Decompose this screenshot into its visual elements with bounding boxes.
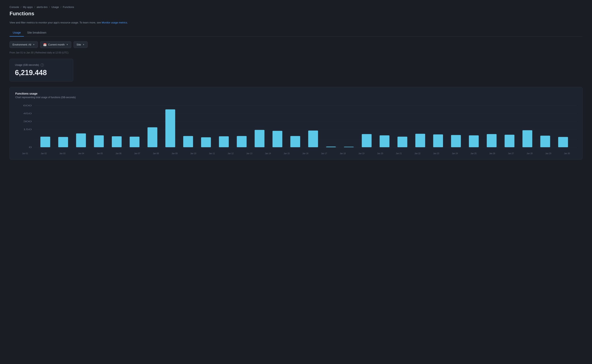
x-label-jan16: Jan 16 xyxy=(296,152,315,155)
x-label-jan06: Jan 06 xyxy=(109,152,128,155)
x-label-jan20: Jan 20 xyxy=(371,152,390,155)
svg-rect-19 xyxy=(183,136,193,147)
svg-rect-30 xyxy=(380,135,389,147)
svg-rect-28 xyxy=(344,147,354,147)
breadcrumb-sep-3: / xyxy=(49,6,50,8)
svg-rect-13 xyxy=(76,133,86,147)
x-label-jan02: Jan 02 xyxy=(34,152,53,155)
x-label-jan24: Jan 24 xyxy=(446,152,464,155)
site-label: Site xyxy=(77,43,81,46)
period-label: Current month xyxy=(48,43,65,46)
x-label-jan13: Jan 13 xyxy=(240,152,259,155)
svg-text:150: 150 xyxy=(23,128,32,130)
x-label-jan25: Jan 25 xyxy=(464,152,483,155)
svg-rect-12 xyxy=(58,137,68,147)
breadcrumb-sep-1: / xyxy=(21,6,21,8)
svg-rect-25 xyxy=(290,136,300,147)
svg-rect-21 xyxy=(219,136,229,147)
svg-rect-15 xyxy=(112,136,121,147)
x-label-jan26: Jan 26 xyxy=(483,152,502,155)
x-label-jan28: Jan 28 xyxy=(520,152,539,155)
bar-chart-svg: 600 450 300 150 0 xyxy=(15,104,577,151)
svg-rect-40 xyxy=(558,137,568,147)
x-label-jan14: Jan 14 xyxy=(259,152,277,155)
calendar-icon: 📅 xyxy=(43,43,47,46)
x-label-jan07: Jan 07 xyxy=(128,152,147,155)
chart-title: Functions usage xyxy=(15,92,577,95)
date-range-info: From Jan 01 to Jan 30 | Refreshed daily … xyxy=(10,51,582,54)
environment-chevron: ▼ xyxy=(33,44,35,46)
x-label-jan19: Jan 19 xyxy=(352,152,371,155)
tab-usage[interactable]: Usage xyxy=(10,29,24,37)
metric-card: Usage (GB-seconds) i 6,219.448 xyxy=(10,59,73,81)
svg-rect-18 xyxy=(165,109,175,147)
info-icon[interactable]: i xyxy=(40,63,44,66)
x-label-jan30: Jan 30 xyxy=(558,152,576,155)
x-label-jan03: Jan 03 xyxy=(53,152,72,155)
x-label-jan23: Jan 23 xyxy=(427,152,446,155)
svg-rect-23 xyxy=(255,130,264,147)
svg-rect-29 xyxy=(362,134,372,147)
svg-rect-35 xyxy=(469,135,479,147)
svg-rect-36 xyxy=(487,134,497,147)
breadcrumb-myapps[interactable]: My apps xyxy=(23,6,33,8)
svg-rect-38 xyxy=(522,130,532,147)
breadcrumb-sep-2: / xyxy=(34,6,35,8)
svg-rect-11 xyxy=(40,136,50,147)
tab-site-breakdown[interactable]: Site breakdown xyxy=(24,29,49,37)
svg-text:0: 0 xyxy=(29,146,32,149)
x-label-jan18: Jan 18 xyxy=(333,152,352,155)
x-label-jan04: Jan 04 xyxy=(72,152,90,155)
x-label-jan15: Jan 15 xyxy=(277,152,296,155)
metric-value: 6,219.448 xyxy=(15,69,68,77)
breadcrumb-alertsbro[interactable]: alerts-bro xyxy=(37,6,47,8)
metric-label: Usage (GB-seconds) i xyxy=(15,63,68,66)
breadcrumb-usage[interactable]: Usage xyxy=(52,6,59,8)
x-label-jan01: Jan 01 xyxy=(16,152,34,155)
environment-label: Environment: All xyxy=(13,43,31,46)
chart-area: 600 450 300 150 0 xyxy=(15,104,577,151)
environment-filter[interactable]: Environment: All ▼ xyxy=(10,41,38,48)
svg-rect-26 xyxy=(308,130,318,147)
period-chevron: ▼ xyxy=(66,44,68,46)
x-label-jan22: Jan 22 xyxy=(408,152,427,155)
svg-rect-17 xyxy=(148,127,157,147)
svg-rect-34 xyxy=(451,135,461,147)
breadcrumb: Console / My apps / alerts-bro / Usage /… xyxy=(10,6,582,8)
site-chevron: ▼ xyxy=(82,44,85,46)
svg-rect-14 xyxy=(94,135,104,147)
monitor-link[interactable]: Monitor usage metrics xyxy=(102,21,127,24)
svg-rect-27 xyxy=(326,146,336,147)
x-label-jan11: Jan 11 xyxy=(202,152,221,155)
x-label-jan08: Jan 08 xyxy=(147,152,165,155)
breadcrumb-console[interactable]: Console xyxy=(10,6,19,8)
page-description: View and filter metrics to monitor your … xyxy=(10,21,582,25)
x-label-jan12: Jan 12 xyxy=(221,152,240,155)
x-label-jan27: Jan 27 xyxy=(502,152,520,155)
svg-rect-24 xyxy=(273,131,282,147)
chart-subtitle: Chart representing total usage of functi… xyxy=(15,96,577,99)
svg-rect-31 xyxy=(397,136,407,147)
svg-text:450: 450 xyxy=(23,112,32,115)
tabs-bar: Usage Site breakdown xyxy=(10,29,582,37)
svg-rect-37 xyxy=(505,135,514,147)
filters-row: Environment: All ▼ 📅 Current month ▼ Sit… xyxy=(10,41,582,48)
svg-rect-39 xyxy=(540,136,550,147)
svg-text:600: 600 xyxy=(23,104,32,107)
x-label-jan17: Jan 17 xyxy=(315,152,333,155)
breadcrumb-sep-4: / xyxy=(61,6,61,8)
period-filter[interactable]: 📅 Current month ▼ xyxy=(40,41,71,48)
svg-rect-22 xyxy=(237,136,247,147)
x-label-jan05: Jan 05 xyxy=(90,152,109,155)
x-label-jan21: Jan 21 xyxy=(390,152,408,155)
page-title: Functions xyxy=(10,11,582,17)
x-label-jan10: Jan 10 xyxy=(184,152,202,155)
breadcrumb-functions: Functions xyxy=(63,6,74,8)
x-label-jan09: Jan 09 xyxy=(165,152,184,155)
svg-text:300: 300 xyxy=(23,120,32,123)
x-label-jan29: Jan 29 xyxy=(539,152,558,155)
chart-card: Functions usage Chart representing total… xyxy=(10,87,582,160)
svg-rect-20 xyxy=(201,137,211,147)
x-labels: Jan 01Jan 02Jan 03Jan 04Jan 05Jan 06Jan … xyxy=(15,152,577,155)
site-filter[interactable]: Site ▼ xyxy=(74,41,87,48)
